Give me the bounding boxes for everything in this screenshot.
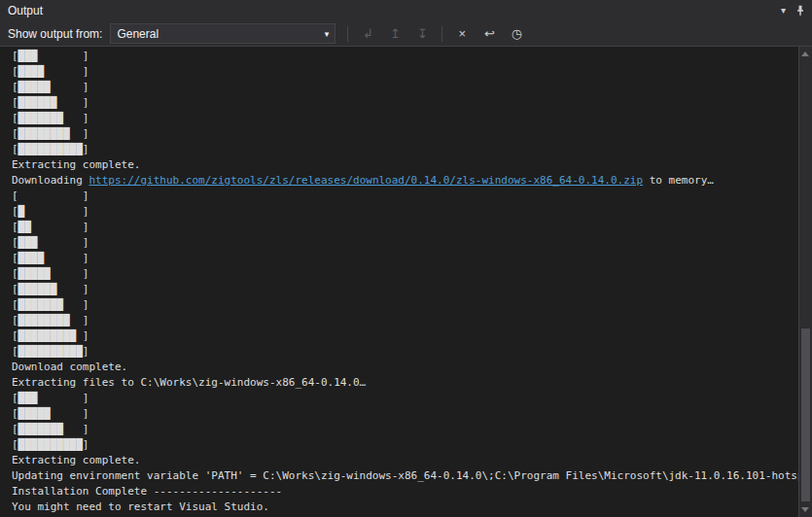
clear-all-icon[interactable]: × (450, 23, 474, 44)
window-position-chevron-icon[interactable]: ▾ (781, 6, 786, 16)
progress-bar-line: [████████ ] (12, 313, 799, 328)
progress-bar-line: [███████ ] (12, 297, 799, 313)
output-source-dropdown[interactable]: General ▾ (110, 23, 335, 44)
toolbar-icon-group: ↲↥↧×↩◷ (341, 23, 530, 44)
output-tool-window: Output ▾ Show output from: General ▾ ↲↥↧… (0, 0, 812, 517)
timestamps-icon[interactable]: ◷ (505, 23, 528, 44)
log-text: [███ ] (12, 50, 88, 62)
log-line: Extracting complete. (12, 157, 799, 173)
output-source-value: General (117, 27, 159, 41)
vertical-scrollbar[interactable] (798, 47, 812, 517)
log-text: [████ ] (12, 65, 88, 78)
output-log[interactable]: [███ ][████ ][█████ ][██████ ][███████ ]… (0, 47, 799, 517)
log-text: [█████ ] (12, 81, 88, 93)
log-text: [█████ ] (12, 267, 88, 280)
scrollbar-thumb[interactable] (801, 328, 810, 501)
log-text: Downloading (12, 174, 88, 187)
log-line: You might need to restart Visual Studio. (12, 500, 799, 515)
goto-previous-message-icon: ↥ (383, 23, 406, 44)
log-text: Extracting files to C:\Works\zig-windows… (12, 376, 366, 389)
progress-bar-line: [█████ ] (12, 406, 799, 422)
toolbar-separator (441, 26, 442, 42)
log-text: [███████ ] (12, 298, 88, 311)
progress-bar-line: [██ ] (12, 220, 799, 235)
title-bar-actions: ▾ (781, 5, 808, 17)
window-title: Output (8, 4, 43, 17)
show-output-from-label: Show output from: (8, 27, 102, 41)
progress-bar-line: [██████ ] (12, 282, 799, 297)
progress-bar-line: [█████ ] (12, 80, 799, 95)
progress-bar-line: [███████ ] (12, 422, 799, 437)
title-bar[interactable]: Output ▾ (0, 0, 812, 21)
log-text: [██████████] (12, 345, 88, 358)
log-line: Installation Complete ------------------… (12, 484, 799, 500)
log-text: [███████ ] (12, 112, 88, 124)
chevron-down-icon: ▾ (325, 29, 330, 39)
log-text: Download complete. (12, 361, 127, 373)
progress-bar-line: [████ ] (12, 251, 799, 266)
log-text: [████████ ] (12, 314, 88, 327)
log-text: [ ] (12, 190, 88, 202)
log-text: Updating environment variable 'PATH' = C… (12, 469, 799, 482)
log-text: You might need to restart Visual Studio. (12, 500, 269, 513)
log-text: [████████ ] (12, 127, 88, 140)
log-line: Download complete. (12, 360, 799, 375)
output-toolbar: Show output from: General ▾ ↲↥↧×↩◷ (0, 21, 812, 47)
log-line: Downloading https://github.com/zigtools/… (12, 173, 799, 189)
log-text: Extracting complete. (12, 454, 140, 466)
scroll-down-icon[interactable] (801, 507, 809, 512)
progress-bar-line: [█████████ ] (12, 328, 799, 344)
pin-icon[interactable] (794, 5, 806, 17)
log-text: Extracting complete. (12, 158, 140, 171)
log-text: to memory… (643, 174, 714, 187)
progress-bar-line: [██████████] (12, 437, 799, 453)
progress-bar-line: [██████████] (12, 344, 799, 360)
scroll-up-icon[interactable] (801, 52, 809, 56)
toolbar-separator (347, 26, 348, 42)
progress-bar-line: [██████ ] (12, 95, 799, 111)
log-line: Extracting complete. (12, 453, 799, 468)
log-text: [██████ ] (12, 283, 88, 295)
log-text: [███████ ] (12, 423, 88, 435)
progress-bar-line: [███ ] (12, 235, 799, 251)
log-line: Extracting files to C:\Works\zig-windows… (12, 375, 799, 391)
progress-bar-line: [██████████] (12, 142, 799, 157)
progress-bar-line: [████████ ] (12, 126, 799, 142)
log-text: [███ ] (12, 236, 88, 249)
find-message-in-code-icon: ↲ (356, 23, 379, 44)
log-text: [██████████] (12, 438, 88, 451)
progress-bar-line: [ ] (12, 189, 799, 204)
log-text: [██████████] (12, 143, 88, 155)
progress-bar-line: [███ ] (12, 391, 799, 406)
log-text: [█ ] (12, 205, 88, 218)
log-text: [████ ] (12, 252, 88, 264)
log-line: Updating environment variable 'PATH' = C… (12, 468, 799, 484)
progress-bar-line: [█████ ] (12, 266, 799, 282)
goto-next-message-icon: ↧ (410, 23, 434, 44)
progress-bar-line: [█ ] (12, 204, 799, 220)
log-text: Installation Complete ------------------… (12, 485, 282, 498)
toggle-word-wrap-icon[interactable]: ↩ (477, 23, 501, 44)
progress-bar-line: [███████ ] (12, 111, 799, 126)
log-text: [█████ ] (12, 407, 88, 420)
log-text: [█████████ ] (12, 329, 88, 342)
progress-bar-line: [████ ] (12, 64, 799, 80)
log-text: [██████ ] (12, 96, 88, 109)
log-text: [███ ] (12, 392, 88, 404)
download-url-link[interactable]: https://github.com/zigtools/zls/releases… (88, 174, 643, 187)
progress-bar-line: [███ ] (12, 49, 799, 64)
log-text: [██ ] (12, 221, 88, 233)
